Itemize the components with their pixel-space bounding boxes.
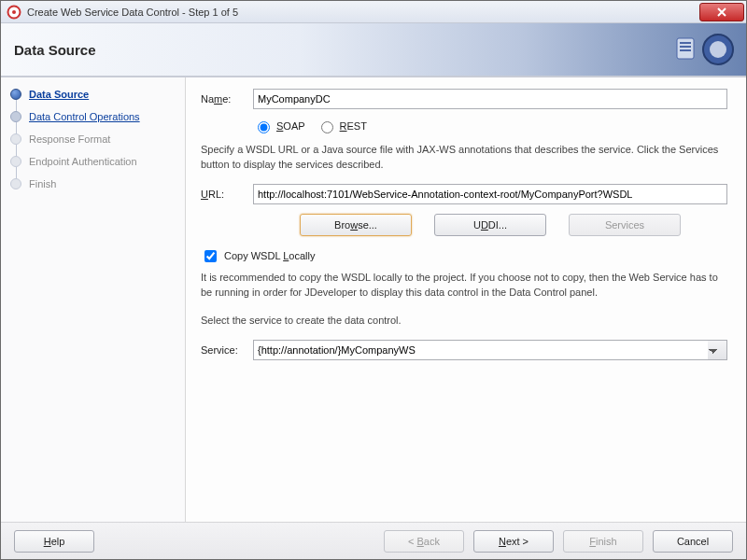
wizard-body: Data Source Data Control Operations Resp… <box>1 77 746 522</box>
step-bullet-icon <box>10 111 21 122</box>
select-service-hint: Select the service to create the data co… <box>201 314 727 329</box>
rest-radio-input[interactable] <box>321 121 333 133</box>
step-label: Data Source <box>29 89 89 100</box>
name-input[interactable] <box>253 89 727 109</box>
main-panel: Name: SOAP REST Specify a WSDL URL or a … <box>186 77 746 522</box>
wizard-sidebar: Data Source Data Control Operations Resp… <box>1 77 186 522</box>
help-button[interactable]: Help <box>14 530 94 553</box>
copy-wsdl-checkbox[interactable] <box>204 250 217 262</box>
step-label: Finish <box>29 178 56 189</box>
svg-rect-6 <box>680 46 691 48</box>
wsdl-description: Specify a WSDL URL or a Java source file… <box>201 143 727 173</box>
next-button[interactable]: Next > <box>473 530 554 553</box>
step-label: Response Format <box>29 133 110 145</box>
step-label: Endpoint Authentication <box>29 156 137 167</box>
browse-button[interactable]: Browse... <box>300 214 412 236</box>
finish-button: Finish <box>563 530 643 553</box>
banner: Data Source <box>1 23 746 76</box>
banner-decoration-icon <box>671 29 737 70</box>
url-label: URL: <box>201 189 253 200</box>
service-select[interactable]: {http://annotation/}MyCompanyWS <box>253 340 727 360</box>
titlebar: Create Web Service Data Control - Step 1… <box>1 1 746 23</box>
uddi-button[interactable]: UDDI... <box>434 214 546 236</box>
soap-radio-input[interactable] <box>258 121 270 133</box>
wizard-window: Create Web Service Data Control - Step 1… <box>0 0 747 560</box>
services-button: Services <box>569 214 681 236</box>
cancel-button[interactable]: Cancel <box>653 530 733 553</box>
step-finish: Finish <box>10 178 176 189</box>
protocol-radio-group: SOAP REST <box>253 119 727 133</box>
copy-wsdl-label: Copy WSDL Locally <box>224 250 315 261</box>
step-bullet-icon <box>10 133 21 145</box>
rest-radio[interactable]: REST <box>317 119 367 133</box>
svg-point-3 <box>710 41 726 58</box>
svg-rect-5 <box>680 42 691 44</box>
name-label: Name: <box>201 93 253 105</box>
url-input[interactable] <box>253 184 727 204</box>
step-list: Data Source Data Control Operations Resp… <box>10 89 176 189</box>
back-button: < Back <box>384 530 464 553</box>
soap-radio[interactable]: SOAP <box>253 119 305 133</box>
step-bullet-icon <box>10 89 21 100</box>
step-data-source[interactable]: Data Source <box>10 89 176 100</box>
step-response-format: Response Format <box>10 133 176 145</box>
wizard-footer: Help < Back Next > Finish Cancel <box>1 522 746 559</box>
app-icon <box>7 5 21 20</box>
svg-rect-7 <box>680 49 691 51</box>
close-button[interactable] <box>699 3 744 21</box>
step-endpoint-authentication: Endpoint Authentication <box>10 156 176 167</box>
page-title: Data Source <box>14 42 96 58</box>
copy-wsdl-hint: It is recommended to copy the WSDL local… <box>201 271 727 301</box>
window-title: Create Web Service Data Control - Step 1… <box>27 7 699 18</box>
step-bullet-icon <box>10 156 21 167</box>
svg-point-1 <box>12 10 16 14</box>
svg-rect-4 <box>677 38 694 59</box>
step-bullet-icon <box>10 178 21 189</box>
service-label: Service: <box>201 344 253 356</box>
step-data-control-operations[interactable]: Data Control Operations <box>10 111 176 122</box>
step-label: Data Control Operations <box>29 111 140 122</box>
